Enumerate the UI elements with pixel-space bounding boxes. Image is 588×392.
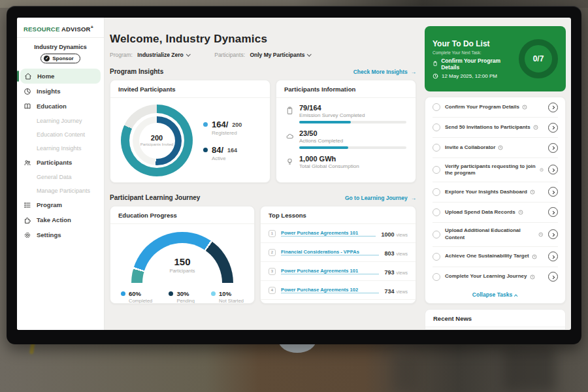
task-checkbox[interactable] <box>433 188 440 196</box>
todo-due-date: 12 May 2025, 12:00 PM <box>442 73 497 79</box>
task-row: Invite a Collaborator <box>433 137 558 157</box>
stat-actions-completed: 23/50 Actions Completed <box>286 129 406 149</box>
donut-ring-gap: 200 Participants Invited <box>129 113 184 168</box>
lesson-rank-badge: 1 <box>269 230 276 237</box>
program-filter-select[interactable]: Industrialize Zero <box>137 52 189 58</box>
book-icon <box>24 103 31 110</box>
dashboard-screen: RESOURCE ADVISOR+ Industry Dynamics ✓ Sp… <box>17 18 571 330</box>
background-blur-shape <box>503 346 555 392</box>
legend-total: 164 <box>227 147 237 154</box>
check-more-insights-link[interactable]: Check More Insights → <box>353 69 416 75</box>
program-filter-label: Program: <box>110 52 133 58</box>
gauge-center: 150 Participants <box>131 256 233 274</box>
clipboard-icon <box>433 61 438 67</box>
lesson-link[interactable]: Power Purchase Agreements 101 <box>281 268 379 274</box>
participants-information-card: Participants Information 79/164 Emission… <box>276 80 416 183</box>
page-title: Welcome, Industry Dynamics <box>110 33 416 46</box>
legend-value: 164/ <box>212 120 228 129</box>
legend-value: 10% <box>219 290 231 297</box>
sidebar-item-participants[interactable]: Participants <box>17 155 104 170</box>
progress-bar-fill <box>299 121 351 123</box>
task-go-button[interactable] <box>548 165 558 174</box>
task-label: Send 50 Invitations to Participants <box>445 124 531 131</box>
legend-dot <box>169 291 173 296</box>
go-to-learning-journey-link[interactable]: Go to Learning Journey → <box>345 195 416 201</box>
scene: RESOURCE ADVISOR+ Industry Dynamics ✓ Sp… <box>0 0 588 392</box>
task-checkbox[interactable] <box>433 144 440 152</box>
sidebar-item-take-action[interactable]: Take Action <box>17 212 104 227</box>
section-title: Program Insights <box>110 68 163 75</box>
task-checkbox[interactable] <box>433 231 440 238</box>
task-clock-icon <box>533 125 538 130</box>
sidebar-item-home[interactable]: Home <box>20 69 101 84</box>
legend-dot <box>121 291 125 296</box>
legend-item-completed: 60% Completed <box>121 290 152 304</box>
program-insights-header: Program Insights Check More Insights → <box>110 68 416 75</box>
collapse-tasks-link[interactable]: Collapse Tasks <box>433 287 558 303</box>
sidebar-item-learning-journey[interactable]: Learning Journey <box>17 114 104 127</box>
task-go-button[interactable] <box>548 187 558 197</box>
lesson-views-suffix: views <box>396 289 408 294</box>
sidebar-item-program[interactable]: Program <box>17 197 104 212</box>
todo-column: Your To Do List Complete Your Next Task:… <box>425 26 566 330</box>
legend-value: 84/ <box>212 145 223 155</box>
main-content: Welcome, Industry Dynamics Program: Indu… <box>105 18 425 330</box>
task-checkbox[interactable] <box>433 123 440 131</box>
task-row: Confirm Your Program Details <box>433 97 558 117</box>
lesson-link[interactable]: Power Purchase Agreements 101 <box>281 230 376 237</box>
participants-information-body: 79/164 Emission Survey Completed 23/50 A… <box>276 98 416 181</box>
task-checkbox[interactable] <box>433 273 440 281</box>
task-clock-icon <box>518 210 523 215</box>
sidebar-item-learning-insights[interactable]: Learning Insights <box>17 141 104 155</box>
sidebar-item-insights[interactable]: Insights <box>17 84 104 99</box>
task-go-button[interactable] <box>548 272 558 282</box>
task-row: Upload Spend Data Records <box>433 202 558 222</box>
chevron-right-icon <box>551 169 554 172</box>
logo-plus: + <box>91 25 93 29</box>
participants-filter-select[interactable]: Only My Participants <box>250 52 311 58</box>
lesson-views-suffix: views <box>396 252 408 256</box>
sidebar-item-manage-participants[interactable]: Manage Participants <box>17 184 104 197</box>
insights-pie-icon <box>24 88 31 95</box>
chevron-right-icon <box>551 276 554 279</box>
logo-advisor: ADVISOR <box>61 25 91 33</box>
task-label: Verify participants requesting to join t… <box>445 163 537 177</box>
sidebar-item-general-data[interactable]: General Data <box>17 170 104 184</box>
app-logo: RESOURCE ADVISOR+ <box>17 18 104 38</box>
task-go-button[interactable] <box>548 123 558 133</box>
sidebar-nav: Home Insights Education Learning Journey… <box>17 69 104 242</box>
task-go-button[interactable] <box>548 103 558 112</box>
task-go-button[interactable] <box>548 229 558 239</box>
donut-legend: 164/200 Registered 84/164 Active <box>203 120 242 161</box>
actions-cloud-icon <box>286 132 294 140</box>
task-checkbox[interactable] <box>433 208 440 216</box>
invited-donut-ring-inner: 200 Participants Invited <box>133 116 182 165</box>
lesson-link[interactable]: Power Purchase Agreements 102 <box>281 287 379 293</box>
task-label: Complete Your Learning Journey <box>445 273 527 280</box>
task-clock-icon <box>498 145 503 150</box>
section-title: Participant Learning Journey <box>110 194 200 201</box>
card-title: Top Lessons <box>261 206 416 224</box>
stat-label: Actions Completed <box>299 138 406 144</box>
task-checkbox[interactable] <box>433 253 440 261</box>
sidebar-item-label: Participants <box>37 159 72 166</box>
sidebar-item-education-content[interactable]: Education Content <box>17 127 104 141</box>
task-go-button[interactable] <box>548 143 558 153</box>
task-checkbox[interactable] <box>433 166 440 174</box>
clock-icon <box>433 73 438 79</box>
legend-dot <box>211 291 216 296</box>
legend-value: 30% <box>176 290 189 297</box>
task-go-button[interactable] <box>548 207 558 217</box>
sidebar-item-education[interactable]: Education <box>17 99 104 114</box>
gauge-center-label: Participants <box>131 268 233 274</box>
task-checkbox[interactable] <box>433 103 440 111</box>
lesson-link[interactable]: Financial Considerations - VPPAs <box>281 249 379 255</box>
task-go-button[interactable] <box>548 252 558 261</box>
task-row: Complete Your Learning Journey <box>433 267 558 287</box>
todo-progress-ring: 0/7 <box>519 39 558 78</box>
donut-center-value: 200 <box>151 134 163 142</box>
chevron-right-icon <box>551 233 554 237</box>
chevron-down-icon <box>186 52 190 56</box>
sidebar-item-label: Education <box>37 103 67 110</box>
sidebar-item-settings[interactable]: Settings <box>17 227 104 242</box>
